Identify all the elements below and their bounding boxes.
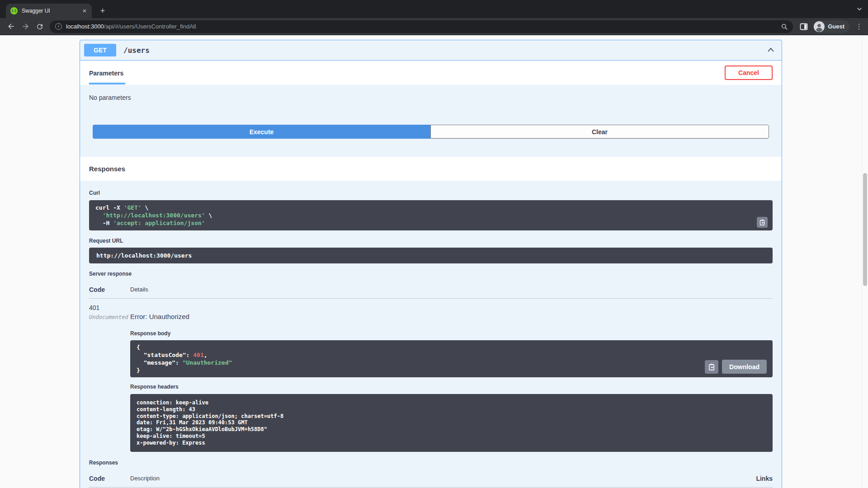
curl-line: curl -X 'GET' \ [95,204,766,211]
response-body-block: { "statusCode": 401, "message": "Unautho… [130,340,773,377]
swagger-page: GET /users Parameters Cancel No paramete… [0,35,868,488]
status-code: 401 [89,304,130,311]
avatar-icon [814,21,825,32]
page-info-icon[interactable]: i [55,23,62,30]
clear-button[interactable]: Clear [430,125,769,139]
clipboard-icon [708,363,715,371]
response-headers-block: connection: keep-alive content-length: 4… [130,394,773,452]
scrollbar-thumb[interactable] [863,173,867,286]
tab-close-icon[interactable]: × [81,7,88,14]
curl-label: Curl [89,190,773,196]
column-description: Description [130,475,756,482]
chevron-up-icon [766,46,775,55]
new-tab-button[interactable]: + [97,6,108,15]
server-response-label: Server response [89,271,773,277]
tab-search-chevron-icon[interactable] [856,6,863,12]
download-button[interactable]: Download [722,360,767,374]
column-details: Details [130,286,773,293]
documented-responses-table-head: Code Description Links [89,475,773,488]
tab-parameters[interactable]: Parameters [89,61,125,84]
json-line: "statusCode": 401, [137,351,766,359]
back-arrow-icon [7,22,15,31]
header-line: content-type: application/json; charset=… [137,413,766,420]
json-line: { [137,343,766,351]
column-code: Code [89,286,130,293]
forward-arrow-icon [21,22,30,31]
collapse-button[interactable] [765,45,776,56]
responses-title: Responses [89,165,125,173]
json-line: "message": "Unauthorized" [137,359,766,366]
curl-line: 'http://localhost:3000/users' \ [95,211,766,219]
browser-tab-strip: Swagger UI × + [0,0,868,18]
header-line: date: Fri,31 Mar 2023 09:40:53 GMT [137,419,766,426]
column-code: Code [89,475,130,482]
responses-section-header: Responses [80,157,782,181]
request-url-label: Request URL [89,238,773,244]
opblock-summary[interactable]: GET /users [80,40,782,61]
request-url-value: http://localhost:3000/users [89,248,773,263]
url-host: localhost:3000 [66,23,104,30]
json-line: } [137,366,766,374]
execute-row: Execute Clear [93,125,769,139]
header-line: content-length: 43 [137,406,766,413]
url-path: /api/#/users/UsersController_findAll [104,23,196,30]
opblock-get-users: GET /users Parameters Cancel No paramete… [80,40,782,488]
status-cell: 401 Undocumented [89,304,130,452]
parameters-body: No parameters Execute Clear [80,85,782,157]
reload-icon [36,23,44,31]
curl-command-block: curl -X 'GET' \ 'http://localhost:3000/u… [89,200,773,230]
header-line: etag: W/"2b-hGShxOkieaAVDloBubJVM+h58D8" [137,426,766,433]
parameters-header: Parameters Cancel [80,61,782,85]
endpoint-path: /users [123,46,765,55]
profile-chip[interactable]: Guest [813,20,850,33]
no-parameters-text: No parameters [89,94,773,101]
browser-tab[interactable]: Swagger UI × [6,4,92,18]
url-text: localhost:3000/api/#/users/UsersControll… [66,23,196,30]
back-button[interactable] [4,19,18,34]
cancel-button[interactable]: Cancel [725,66,773,80]
error-description: Error: Unauthorized [130,313,773,320]
copy-response-button[interactable] [705,360,718,374]
response-body-label: Response body [130,330,773,337]
response-body-actions: Download [705,360,767,374]
column-links: Links [756,475,773,482]
profile-name: Guest [828,23,844,30]
documented-responses-label: Responses [89,460,773,466]
execute-button[interactable]: Execute [93,125,430,139]
scrollbar-track[interactable] [862,35,868,488]
reload-button[interactable] [33,19,47,34]
response-detail-cell: Error: Unauthorized Response body { "sta… [130,304,773,452]
response-headers-label: Response headers [130,384,773,390]
header-line: keep-alive: timeout=5 [137,433,766,440]
server-response-table-head: Code Details [89,286,773,299]
undocumented-tag: Undocumented [89,314,130,320]
responses-body: Curl curl -X 'GET' \ 'http://localhost:3… [80,181,782,488]
curl-line: -H 'accept: application/json' [95,219,766,227]
search-icon[interactable] [780,23,788,31]
server-response-row: 401 Undocumented Error: Unauthorized Res… [89,304,773,452]
tab-title: Swagger UI [22,8,81,14]
side-panel-icon[interactable] [799,22,808,31]
browser-toolbar: i localhost:3000/api/#/users/UsersContro… [0,18,868,35]
swagger-favicon-icon [10,7,18,14]
copy-curl-button[interactable] [757,217,768,228]
clipboard-icon [759,219,765,225]
method-badge: GET [84,44,116,56]
header-line: connection: keep-alive [137,399,766,406]
browser-menu-icon[interactable]: ⋮ [854,22,863,31]
header-line: x-powered-by: Express [137,440,766,446]
url-bar[interactable]: i localhost:3000/api/#/users/UsersContro… [50,20,793,33]
forward-button[interactable] [18,19,33,34]
